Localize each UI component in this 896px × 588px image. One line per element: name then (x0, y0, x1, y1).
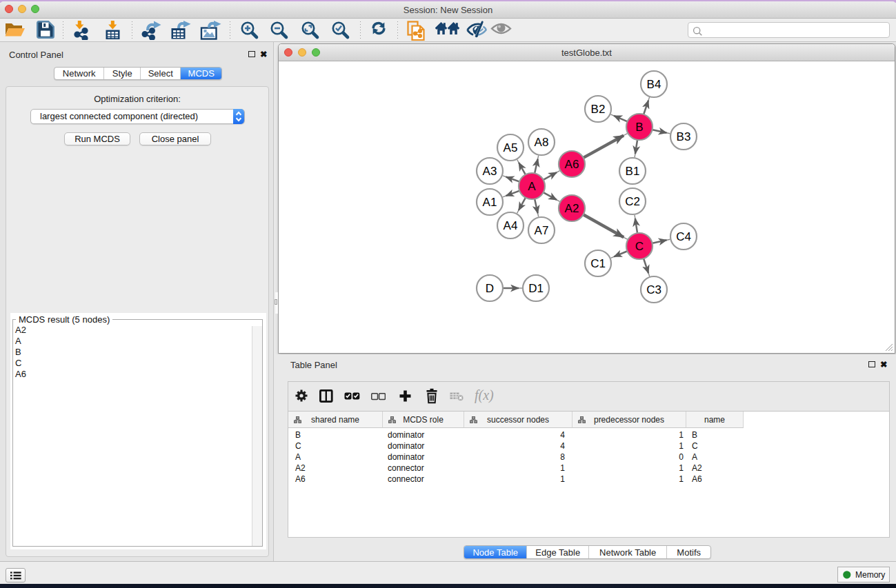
svg-text:A6: A6 (565, 158, 579, 171)
svg-text:B: B (635, 121, 643, 134)
svg-text:D1: D1 (528, 282, 544, 295)
svg-text:A3: A3 (483, 165, 497, 178)
svg-text:C: C (635, 240, 644, 253)
svg-text:A8: A8 (535, 136, 549, 149)
svg-text:B1: B1 (626, 165, 640, 178)
svg-text:A2: A2 (565, 202, 579, 215)
svg-text:A7: A7 (535, 224, 549, 237)
svg-text:A5: A5 (504, 141, 518, 154)
svg-text:A4: A4 (504, 219, 518, 232)
svg-text:C3: C3 (646, 283, 661, 296)
svg-text:A: A (528, 180, 536, 193)
svg-text:C4: C4 (676, 230, 691, 243)
svg-text:C2: C2 (625, 195, 640, 208)
svg-text:B4: B4 (647, 78, 661, 91)
svg-text:C1: C1 (590, 257, 606, 270)
svg-text:D: D (486, 282, 494, 295)
svg-text:A1: A1 (483, 196, 497, 209)
svg-text:B2: B2 (591, 103, 606, 116)
svg-text:B3: B3 (677, 130, 691, 143)
